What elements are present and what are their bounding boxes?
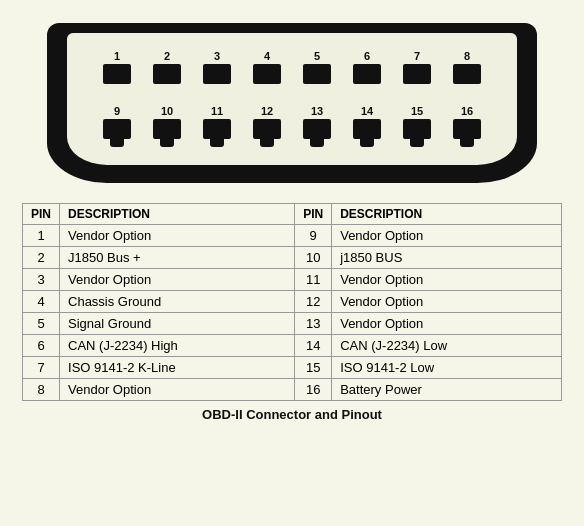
connector-pin: 3 xyxy=(195,51,239,85)
pin-number-cell: 9 xyxy=(295,225,332,247)
table-header-row: PINDESCRIPTIONPINDESCRIPTION xyxy=(23,204,562,225)
description-cell: Vendor Option xyxy=(332,291,562,313)
table-row: 5Signal Ground13Vendor Option xyxy=(23,313,562,335)
pin-number-cell: 5 xyxy=(23,313,60,335)
connector-pin: 10 xyxy=(145,106,189,140)
connector-diagram: 12345678 910111213141516 xyxy=(32,10,552,195)
pin-number-cell: 12 xyxy=(295,291,332,313)
connector-pin: 5 xyxy=(295,51,339,85)
pin-number-cell: 2 xyxy=(23,247,60,269)
description-cell: Signal Ground xyxy=(60,313,295,335)
header-col-2: PIN xyxy=(295,204,332,225)
connector-pin: 7 xyxy=(395,51,439,85)
description-cell: ISO 9141-2 Low xyxy=(332,357,562,379)
pin-number-cell: 6 xyxy=(23,335,60,357)
pin-number-cell: 8 xyxy=(23,379,60,401)
connector-pin: 13 xyxy=(295,106,339,140)
pin-number-cell: 13 xyxy=(295,313,332,335)
pin-number-cell: 14 xyxy=(295,335,332,357)
connector-pin: 1 xyxy=(95,51,139,85)
connector-pin: 12 xyxy=(245,106,289,140)
connector-pin: 2 xyxy=(145,51,189,85)
header-col-3: DESCRIPTION xyxy=(332,204,562,225)
pin-number-cell: 10 xyxy=(295,247,332,269)
table-row: 8Vendor Option16Battery Power xyxy=(23,379,562,401)
description-cell: Vendor Option xyxy=(332,225,562,247)
description-cell: J1850 Bus + xyxy=(60,247,295,269)
description-cell: Vendor Option xyxy=(332,269,562,291)
pin-number-cell: 1 xyxy=(23,225,60,247)
description-cell: Chassis Ground xyxy=(60,291,295,313)
description-cell: Vendor Option xyxy=(60,269,295,291)
connector-pin: 11 xyxy=(195,106,239,140)
description-cell: Battery Power xyxy=(332,379,562,401)
pin-number-cell: 3 xyxy=(23,269,60,291)
connector-pin: 8 xyxy=(445,51,489,85)
table-row: 2J1850 Bus +10j1850 BUS xyxy=(23,247,562,269)
connector-inner: 12345678 910111213141516 xyxy=(67,33,517,165)
connector-pin: 6 xyxy=(345,51,389,85)
description-cell: CAN (J-2234) High xyxy=(60,335,295,357)
top-pin-row: 12345678 xyxy=(95,51,489,85)
pin-number-cell: 7 xyxy=(23,357,60,379)
description-cell: Vendor Option xyxy=(332,313,562,335)
connector-shell: 12345678 910111213141516 xyxy=(47,23,537,183)
caption: OBD-II Connector and Pinout xyxy=(202,407,382,422)
table-row: 1Vendor Option9Vendor Option xyxy=(23,225,562,247)
description-cell: Vendor Option xyxy=(60,225,295,247)
pinout-table: PINDESCRIPTIONPINDESCRIPTION1Vendor Opti… xyxy=(22,203,562,401)
description-cell: Vendor Option xyxy=(60,379,295,401)
header-col-1: DESCRIPTION xyxy=(60,204,295,225)
pin-number-cell: 16 xyxy=(295,379,332,401)
table-row: 6CAN (J-2234) High14CAN (J-2234) Low xyxy=(23,335,562,357)
header-col-0: PIN xyxy=(23,204,60,225)
connector-pin: 16 xyxy=(445,106,489,140)
bottom-pin-row: 910111213141516 xyxy=(95,106,489,140)
connector-pin: 4 xyxy=(245,51,289,85)
description-cell: j1850 BUS xyxy=(332,247,562,269)
description-cell: ISO 9141-2 K-Line xyxy=(60,357,295,379)
connector-pin: 9 xyxy=(95,106,139,140)
table-row: 3Vendor Option11Vendor Option xyxy=(23,269,562,291)
connector-pin: 14 xyxy=(345,106,389,140)
pin-number-cell: 15 xyxy=(295,357,332,379)
table-row: 7ISO 9141-2 K-Line15ISO 9141-2 Low xyxy=(23,357,562,379)
connector-pin: 15 xyxy=(395,106,439,140)
description-cell: CAN (J-2234) Low xyxy=(332,335,562,357)
pin-number-cell: 11 xyxy=(295,269,332,291)
pin-number-cell: 4 xyxy=(23,291,60,313)
table-row: 4Chassis Ground12Vendor Option xyxy=(23,291,562,313)
